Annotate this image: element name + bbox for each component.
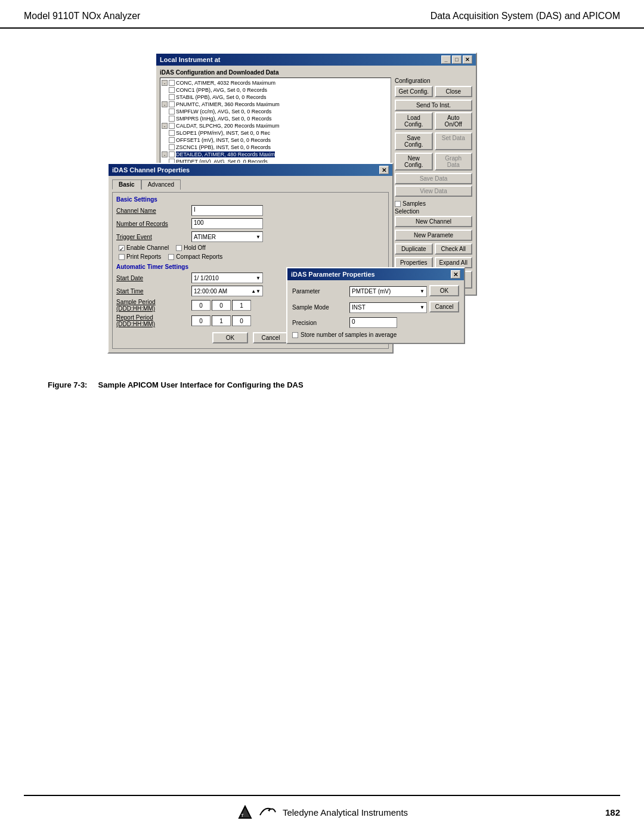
channel-name-label: Channel Name bbox=[116, 208, 188, 214]
check-all-button[interactable]: Check All bbox=[435, 243, 473, 255]
expand-icon-4[interactable]: - bbox=[162, 101, 168, 107]
header-left: Model 9110T NOx Analyzer bbox=[24, 11, 140, 21]
sample-mode-row: Sample Mode INST ▼ Cancel bbox=[292, 301, 459, 314]
close-window-button[interactable]: Close bbox=[435, 86, 473, 97]
report-period-2[interactable] bbox=[232, 315, 251, 326]
channel-titlebar: iDAS Channel Properties ✕ bbox=[109, 164, 392, 176]
get-config-button[interactable]: Get Config. bbox=[395, 86, 433, 97]
print-reports-check: Print Reports bbox=[119, 253, 161, 260]
save-data-button[interactable]: Save Data bbox=[395, 173, 472, 184]
sample-mode-input-container: INST ▼ Cancel bbox=[349, 301, 459, 314]
channel-cancel-button[interactable]: Cancel bbox=[253, 332, 289, 343]
tab-basic[interactable]: Basic bbox=[112, 179, 141, 190]
hold-off-label: Hold Off bbox=[184, 244, 206, 251]
minimize-button[interactable]: _ bbox=[441, 55, 451, 64]
hold-off-checkbox[interactable] bbox=[176, 245, 182, 251]
parameter-select[interactable]: PMTDET (mV) ▼ bbox=[349, 286, 427, 297]
auto-on-off-button[interactable]: Auto On/Off bbox=[435, 112, 473, 130]
param-cancel-button[interactable]: Cancel bbox=[429, 301, 459, 312]
tab-bar: Basic Advanced bbox=[112, 179, 389, 190]
titlebar-buttons: _ □ ✕ bbox=[441, 55, 472, 64]
channel-window-title: iDAS Channel Properties bbox=[112, 166, 190, 174]
tree-item-5: SMPFLW (cc/m), AVG, Set 0, 0 Records bbox=[162, 108, 389, 115]
tab-advanced[interactable]: Advanced bbox=[141, 179, 181, 190]
tree-item-9: OFFSET1 (mV), INST, Set 0, 0 Records bbox=[162, 137, 389, 144]
sample-mode-label: Sample Mode bbox=[292, 304, 346, 311]
tree-item-10: ZSCNC1 (PPB), INST, Set 0, 0 Records bbox=[162, 144, 389, 151]
report-period-0[interactable] bbox=[191, 315, 210, 326]
view-data-button[interactable]: View Data bbox=[395, 185, 472, 197]
new-parameter-button[interactable]: New Paramete bbox=[395, 230, 472, 241]
expand-icon-1[interactable]: - bbox=[162, 80, 168, 86]
checkbox-8[interactable] bbox=[169, 130, 175, 136]
sample-period-0[interactable] bbox=[191, 300, 210, 311]
precision-input[interactable]: 0 bbox=[349, 317, 397, 328]
compact-reports-checkbox[interactable] bbox=[168, 254, 174, 260]
print-reports-checkbox[interactable] bbox=[119, 254, 125, 260]
new-config-button[interactable]: New Config. bbox=[395, 153, 433, 171]
channel-ok-button[interactable]: OK bbox=[212, 332, 248, 343]
tree-text-9: OFFSET1 (mV), INST, Set 0, 0 Records bbox=[176, 137, 271, 143]
das-section-label: iDAS Configuration and Downloaded Data bbox=[160, 69, 472, 76]
checkbox-3[interactable] bbox=[169, 94, 175, 100]
checkbox-10[interactable] bbox=[169, 144, 175, 150]
param-titlebar: iDAS Parameter Properties ✕ bbox=[287, 268, 464, 280]
checkbox-9[interactable] bbox=[169, 137, 175, 143]
tree-item-2: CONC1 (PPB), AVG, Set 0, 0 Records bbox=[162, 86, 389, 94]
start-date-select[interactable]: 1/ 1/2010 ▼ bbox=[191, 272, 263, 283]
checkbox-11[interactable] bbox=[169, 151, 175, 157]
sample-mode-select[interactable]: INST ▼ bbox=[349, 302, 427, 313]
num-records-input[interactable]: 100 bbox=[191, 218, 263, 229]
tree-item-7: - CALDAT, SLPCHG, 200 Records Maximum bbox=[162, 122, 389, 129]
close-button[interactable]: ✕ bbox=[463, 55, 472, 64]
load-auto-row: Load Config. Auto On/Off bbox=[395, 112, 472, 131]
checkbox-7[interactable] bbox=[169, 123, 175, 129]
screenshot-container: Local Instrument at _ □ ✕ iDAS Configura… bbox=[107, 52, 537, 368]
checkbox-5[interactable] bbox=[169, 109, 175, 114]
param-close-button[interactable]: ✕ bbox=[451, 270, 460, 278]
tree-item-8: SLOPE1 (PPM/mV), INST, Set 0, 0 Rec bbox=[162, 129, 389, 137]
sample-period-label: Sample Period (DDD:HH:MM) bbox=[116, 299, 188, 312]
dropdown-arrow: ▼ bbox=[256, 234, 261, 240]
store-checkbox[interactable] bbox=[292, 332, 298, 338]
graph-data-button[interactable]: Graph Data bbox=[435, 153, 473, 171]
trigger-event-select[interactable]: ATIMER ▼ bbox=[191, 231, 263, 242]
hold-off-check: Hold Off bbox=[176, 244, 206, 251]
checkbox-6[interactable] bbox=[169, 116, 175, 122]
footer-company: Teledyne Analytical Instruments bbox=[283, 807, 408, 817]
parameter-row: Parameter PMTDET (mV) ▼ OK bbox=[292, 285, 459, 298]
send-to-inst-button[interactable]: Send To Inst. bbox=[395, 100, 472, 111]
channel-name-row: Channel Name I bbox=[116, 205, 385, 216]
new-channel-button[interactable]: New Channel bbox=[395, 216, 472, 227]
load-config-button[interactable]: Load Config. bbox=[395, 112, 433, 130]
teledyne-logo-icon: T bbox=[236, 803, 254, 821]
set-data-button[interactable]: Set Data bbox=[435, 132, 473, 150]
save-config-button[interactable]: Save Config. bbox=[395, 132, 433, 150]
sample-period-2[interactable] bbox=[232, 300, 251, 311]
print-reports-label: Print Reports bbox=[126, 253, 161, 260]
compact-reports-check: Compact Reports bbox=[168, 253, 222, 260]
expand-icon-11[interactable]: - bbox=[162, 151, 168, 157]
tree-item-1: - CONC, ATIMER, 4032 Records Maximum bbox=[162, 79, 389, 86]
spinner-arrows[interactable]: ▲▼ bbox=[251, 289, 261, 294]
param-ok-button[interactable]: OK bbox=[429, 285, 459, 296]
save-set-row: Save Config. Set Data bbox=[395, 132, 472, 151]
checkbox-4[interactable] bbox=[169, 101, 175, 107]
report-period-1[interactable] bbox=[212, 315, 231, 326]
num-records-label: Number of Records bbox=[116, 221, 188, 227]
channel-name-input[interactable]: I bbox=[191, 205, 263, 216]
duplicate-button[interactable]: Duplicate bbox=[395, 243, 433, 255]
maximize-button[interactable]: □ bbox=[452, 55, 462, 64]
figure-number: Figure 7-3: bbox=[48, 380, 87, 389]
channel-close-button[interactable]: ✕ bbox=[379, 166, 389, 174]
main-content: Local Instrument at _ □ ✕ iDAS Configura… bbox=[0, 47, 644, 413]
start-time-input[interactable]: 12:00:00 AM ▲▼ bbox=[191, 286, 263, 296]
enable-checkbox[interactable]: ✓ bbox=[119, 245, 125, 251]
samples-checkbox[interactable] bbox=[395, 201, 401, 207]
checkbox-1[interactable] bbox=[169, 80, 175, 86]
parameter-input-container: PMTDET (mV) ▼ OK bbox=[349, 285, 459, 298]
checkbox-2[interactable] bbox=[169, 87, 175, 93]
basic-settings-header: Basic Settings bbox=[116, 196, 385, 203]
expand-icon-7[interactable]: - bbox=[162, 123, 168, 129]
sample-period-1[interactable] bbox=[212, 300, 231, 311]
